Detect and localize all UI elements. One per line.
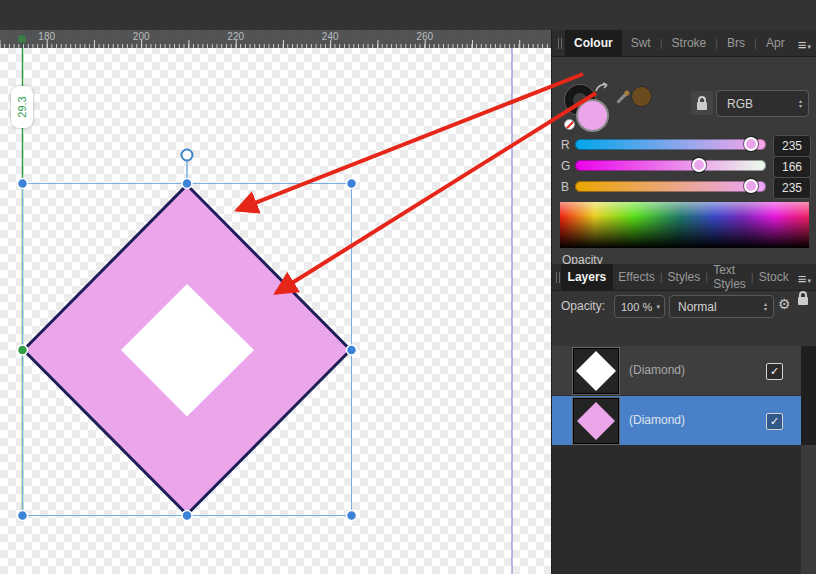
tab-effects[interactable]: Effects xyxy=(613,264,659,290)
pink-diamond-thumb xyxy=(577,402,615,440)
lock-icon xyxy=(798,297,808,305)
layers-lock-button[interactable] xyxy=(798,295,808,305)
tab-stroke[interactable]: Stroke xyxy=(663,30,716,56)
right-panel: Colour Swt | Stroke | Brs | Apr ≡ ▾ xyxy=(551,30,816,574)
handle-bottom-right[interactable] xyxy=(347,511,357,521)
red-slider-track[interactable] xyxy=(575,139,766,150)
fill-colour-well[interactable] xyxy=(576,99,609,132)
tab-appearance[interactable]: Apr xyxy=(757,30,794,56)
tab-swatches[interactable]: Swt xyxy=(622,30,660,56)
handle-top-right[interactable] xyxy=(347,179,357,189)
blue-slider-handle[interactable] xyxy=(744,179,758,193)
blend-mode-dropdown[interactable]: Normal ▴▾ xyxy=(669,295,774,318)
colour-spectrum-picker[interactable] xyxy=(560,202,809,248)
blue-value-field[interactable]: 235 xyxy=(773,177,811,199)
tab-layers[interactable]: Layers xyxy=(561,264,614,290)
no-colour-icon[interactable] xyxy=(564,119,575,130)
hamburger-icon: ≡ xyxy=(798,38,807,51)
colour-lock-button[interactable] xyxy=(691,91,713,115)
handle-mid-left-snapped[interactable] xyxy=(18,345,28,355)
red-value-field[interactable]: 235 xyxy=(773,135,811,157)
hamburger-icon: ≡ xyxy=(798,272,807,285)
green-slider-handle[interactable] xyxy=(692,158,706,172)
blue-slider-track[interactable] xyxy=(575,181,766,192)
layers-options-row: Opacity: 100 % ▾ Normal ▴▾ ⚙ xyxy=(552,291,816,320)
check-icon: ✓ xyxy=(770,415,779,428)
tab-colour[interactable]: Colour xyxy=(565,30,622,56)
scrollbar-gutter[interactable] xyxy=(801,445,816,574)
tab-text-styles[interactable]: Text Styles xyxy=(708,264,751,290)
layer-row-white-diamond[interactable]: (Diamond) ✓ xyxy=(552,346,801,396)
guide-measurement-label: 29.3 xyxy=(11,86,33,128)
handle-mid-right[interactable] xyxy=(347,345,357,355)
handle-bottom-left[interactable] xyxy=(18,511,28,521)
scrollbar-gutter[interactable] xyxy=(801,346,816,445)
slider-label-b: B xyxy=(561,180,569,194)
gear-icon[interactable]: ⚙ xyxy=(778,296,791,312)
check-icon: ✓ xyxy=(770,365,779,378)
layers-list: (Diamond) ✓ (Diamond) ✓ xyxy=(552,346,816,574)
toolbar-strip xyxy=(0,0,816,30)
horizontal-ruler[interactable]: 180 200 220 240 260 xyxy=(0,30,551,48)
layers-opacity-label: Opacity: xyxy=(561,299,605,313)
layer-name: (Diamond) xyxy=(629,363,685,377)
layers-panel-menu-button[interactable]: ≡ ▾ xyxy=(794,264,816,290)
lock-icon xyxy=(697,102,707,110)
caret-down-icon: ▾ xyxy=(807,277,811,285)
panel-grip-icon[interactable] xyxy=(555,30,565,56)
colour-panel-tabbar: Colour Swt | Stroke | Brs | Apr ≡ ▾ xyxy=(552,30,816,57)
white-diamond-thumb xyxy=(576,351,616,391)
handle-top-center[interactable] xyxy=(182,179,192,189)
colour-panel-menu-button[interactable]: ≡ ▾ xyxy=(794,30,816,56)
canvas-viewport[interactable]: 29.3 xyxy=(0,0,551,574)
rotation-handle[interactable] xyxy=(182,150,193,161)
layer-name: (Diamond) xyxy=(629,413,685,427)
colour-panel-body: RGB ▴▾ R 235 G 166 B 235 Opacity xyxy=(552,57,816,294)
ruler-label: 200 xyxy=(133,31,150,42)
tab-styles[interactable]: Styles xyxy=(663,264,706,290)
layer-visibility-checkbox[interactable]: ✓ xyxy=(766,413,783,430)
colour-mode-dropdown[interactable]: RGB ▴▾ xyxy=(716,90,809,117)
layer-visibility-checkbox[interactable]: ✓ xyxy=(766,363,783,380)
tab-stock[interactable]: Stock xyxy=(754,264,794,290)
layer-thumbnail[interactable] xyxy=(573,398,619,444)
green-slider-track[interactable] xyxy=(575,160,766,171)
ruler-label: 220 xyxy=(227,31,244,42)
tab-brushes[interactable]: Brs xyxy=(718,30,754,56)
layers-opacity-dropdown[interactable]: 100 % ▾ xyxy=(614,295,665,318)
caret-updown-icon: ▴▾ xyxy=(764,302,773,312)
layer-row-pink-diamond-selected[interactable]: (Diamond) ✓ xyxy=(552,396,801,445)
handle-top-left[interactable] xyxy=(18,179,28,189)
red-slider-handle[interactable] xyxy=(744,137,758,151)
ruler-major-ticks xyxy=(0,40,551,48)
green-value-field[interactable]: 166 xyxy=(773,156,811,178)
ruler-label: 180 xyxy=(38,31,55,42)
caret-updown-icon: ▴▾ xyxy=(799,99,808,109)
slider-label-r: R xyxy=(561,138,570,152)
ruler-label: 240 xyxy=(322,31,339,42)
layer-thumbnail[interactable] xyxy=(573,348,619,394)
layers-panel-tabbar: Layers Effects | Styles | Text Styles | … xyxy=(552,264,816,291)
ruler-guide-marker[interactable] xyxy=(18,35,26,43)
caret-down-icon: ▾ xyxy=(656,303,664,311)
caret-down-icon: ▾ xyxy=(807,43,811,51)
layers-panel: Layers Effects | Styles | Text Styles | … xyxy=(552,264,816,574)
slider-label-g: G xyxy=(561,159,570,173)
picked-colour-swatch[interactable] xyxy=(631,86,652,107)
handle-bottom-center[interactable] xyxy=(182,511,192,521)
swap-colours-icon[interactable] xyxy=(594,81,610,95)
app-window: 29.3 180 200 220 240 260 Colour Swt | St… xyxy=(0,0,816,574)
ruler-label: 260 xyxy=(416,31,433,42)
